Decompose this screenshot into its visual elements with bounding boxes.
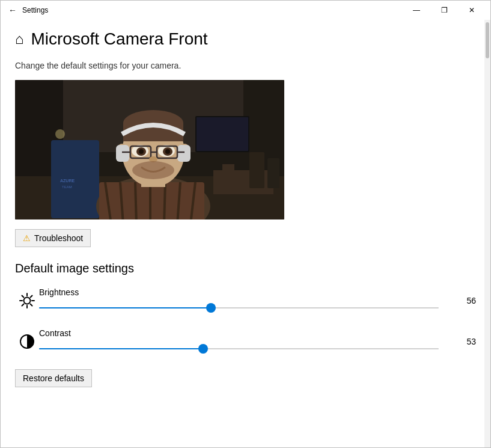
svg-rect-6 <box>197 117 248 151</box>
svg-rect-11 <box>267 158 279 188</box>
contrast-fill <box>39 348 203 349</box>
home-icon: ⌂ <box>15 31 24 48</box>
svg-point-12 <box>55 129 65 139</box>
sun-icon <box>19 292 35 309</box>
settings-window: ← Settings — ❐ ✕ ⌂ Microsoft Camera Fron… <box>0 0 491 448</box>
brightness-track-container <box>39 302 439 314</box>
brightness-slider-section: Brightness <box>39 287 439 314</box>
brightness-icon-container <box>15 292 39 309</box>
svg-point-38 <box>165 149 170 154</box>
warning-icon: ⚠ <box>23 233 31 243</box>
svg-line-20 <box>135 182 136 219</box>
svg-rect-31 <box>116 145 129 162</box>
contrast-thumb[interactable] <box>198 344 208 354</box>
svg-rect-8 <box>222 164 234 182</box>
svg-line-53 <box>31 296 32 298</box>
contrast-icon <box>19 333 35 350</box>
svg-point-37 <box>139 149 144 154</box>
scroll-thumb[interactable] <box>486 22 489 58</box>
svg-text:TEAM: TEAM <box>62 185 72 189</box>
brightness-fill <box>39 307 211 308</box>
scrollbar[interactable] <box>484 20 490 447</box>
svg-point-45 <box>132 161 174 179</box>
restore-defaults-button[interactable]: Restore defaults <box>15 369 92 387</box>
contrast-slider-section: Contrast <box>39 328 439 355</box>
page-title: Microsoft Camera Front <box>31 29 208 49</box>
brightness-value: 56 <box>446 296 476 305</box>
window-controls: — ❐ ✕ <box>403 1 486 20</box>
maximize-button[interactable]: ❐ <box>430 1 458 20</box>
svg-rect-32 <box>177 145 191 162</box>
section-title: Default image settings <box>15 262 476 275</box>
back-button[interactable]: ← <box>5 3 20 17</box>
svg-line-52 <box>31 304 32 306</box>
contrast-track-container <box>39 343 439 355</box>
page-header: ⌂ Microsoft Camera Front <box>15 29 476 49</box>
svg-point-46 <box>24 298 31 304</box>
contrast-value: 53 <box>446 337 476 346</box>
svg-rect-13 <box>51 140 99 218</box>
svg-rect-10 <box>249 152 264 188</box>
content-area: ⌂ Microsoft Camera Front Change the defa… <box>1 20 490 447</box>
troubleshoot-button[interactable]: ⚠ Troubleshoot <box>15 229 91 247</box>
contrast-icon-container <box>15 333 39 350</box>
svg-line-54 <box>22 304 24 306</box>
brightness-thumb[interactable] <box>206 303 216 313</box>
troubleshoot-label: Troubleshoot <box>34 233 83 243</box>
contrast-row: Contrast 53 <box>15 328 476 355</box>
camera-preview: AZURE TEAM <box>15 80 284 219</box>
svg-text:AZURE: AZURE <box>60 179 75 183</box>
title-bar: ← Settings — ❐ ✕ <box>1 1 490 20</box>
brightness-track <box>39 307 439 308</box>
brightness-label: Brightness <box>39 287 439 297</box>
contrast-label: Contrast <box>39 328 439 338</box>
camera-feed: AZURE TEAM <box>15 80 284 219</box>
brightness-row: Brightness 56 <box>15 287 476 314</box>
page-subtitle: Change the default settings for your cam… <box>15 61 476 70</box>
close-button[interactable]: ✕ <box>458 1 486 20</box>
window-title: Settings <box>22 6 403 14</box>
svg-rect-17 <box>99 182 204 219</box>
svg-line-22 <box>164 182 165 219</box>
svg-line-51 <box>22 296 24 298</box>
minimize-button[interactable]: — <box>403 1 430 20</box>
contrast-track <box>39 348 439 349</box>
